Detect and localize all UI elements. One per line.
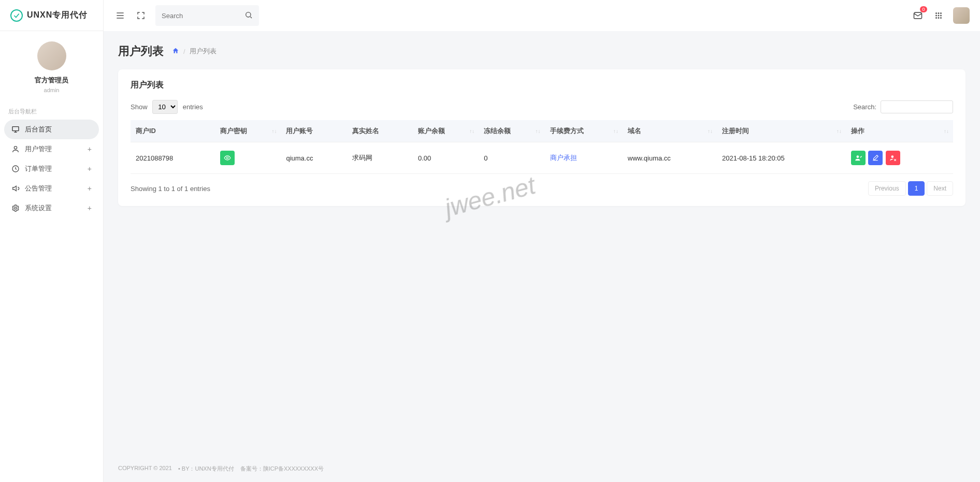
svg-point-10 [940, 15, 942, 17]
col-fee[interactable]: 手续费方式↑↓ [545, 120, 623, 142]
nav-item-home[interactable]: 后台首页 [4, 120, 99, 139]
breadcrumb: / 用户列表 [172, 47, 217, 56]
cell-account: qiuma.cc [281, 142, 347, 174]
search-box [155, 5, 259, 26]
card-title: 用户列表 [131, 80, 953, 91]
col-balance[interactable]: 账户余额↑↓ [413, 120, 479, 142]
svg-point-4 [246, 12, 251, 17]
nav-item-label: 后台首页 [25, 125, 52, 134]
pager-prev[interactable]: Previous [868, 181, 906, 196]
col-merchant-key[interactable]: 商户密钥↑↓ [215, 120, 281, 142]
search-input[interactable] [162, 12, 253, 20]
table-info: Showing 1 to 1 of 1 entries [131, 185, 210, 193]
home-icon[interactable] [172, 47, 179, 56]
nav-item-orders[interactable]: 订单管理 + [4, 159, 99, 179]
nav-section-header: 后台导航栏 [0, 104, 103, 120]
svg-point-13 [940, 17, 942, 19]
cell-frozen: 0 [479, 142, 544, 174]
cell-merchant-key [215, 142, 281, 174]
search-icon[interactable] [244, 11, 253, 21]
cell-realname: 求码网 [347, 142, 413, 174]
pager-next[interactable]: Next [927, 181, 953, 196]
svg-point-8 [935, 15, 937, 17]
svg-point-5 [935, 12, 937, 14]
col-regtime[interactable]: 注册时间↑↓ [717, 120, 846, 142]
breadcrumb-separator: / [183, 48, 185, 55]
monitor-icon [11, 125, 20, 134]
col-frozen[interactable]: 冻结余额↑↓ [479, 120, 544, 142]
table-search-label: Search: [853, 103, 876, 111]
view-key-button[interactable] [220, 151, 235, 165]
footer-by: • BY：UNXN专用代付 [178, 465, 234, 473]
svg-point-3 [15, 207, 17, 209]
gear-icon [11, 204, 20, 212]
cell-domain: www.qiuma.cc [623, 142, 717, 174]
entries-label: entries [183, 103, 203, 111]
speaker-icon [11, 184, 20, 193]
nav-item-settings[interactable]: 系统设置 + [4, 198, 99, 218]
cell-fee: 商户承担 [545, 142, 623, 174]
user-list-card: 用户列表 Show 10 entries Search: [118, 69, 965, 206]
svg-point-9 [938, 15, 940, 17]
plus-icon: + [88, 204, 92, 212]
profile-avatar[interactable] [37, 41, 66, 70]
plus-icon: + [88, 184, 92, 193]
svg-point-14 [226, 157, 228, 159]
cell-actions [846, 142, 953, 174]
brand-text: UNXN专用代付 [27, 10, 88, 21]
edit-button[interactable] [868, 151, 883, 165]
apps-icon[interactable] [932, 9, 945, 22]
svg-point-6 [938, 12, 940, 14]
footer: COPYRIGHT © 2021 • BY：UNXN专用代付 备案号：陕ICP备… [104, 456, 980, 482]
col-merchant-id[interactable]: 商户ID [131, 120, 215, 142]
user-table: 商户ID 商户密钥↑↓ 用户账号 真实姓名 账户余额↑↓ 冻结余额↑↓ 手续费方… [131, 120, 953, 174]
col-actions: 操作↑↓ [846, 120, 953, 142]
footer-record: 备案号：陕ICP备XXXXXXXXX号 [240, 465, 324, 473]
svg-rect-0 [12, 127, 19, 131]
plus-icon: + [88, 145, 92, 153]
footer-copyright: COPYRIGHT © 2021 [118, 465, 172, 473]
notification-icon[interactable]: 0 [912, 9, 924, 22]
clock-icon [11, 165, 20, 173]
user-action-button[interactable] [851, 151, 866, 165]
nav-item-label: 订单管理 [25, 164, 52, 173]
logo-icon [10, 9, 23, 22]
profile-role: admin [10, 87, 93, 93]
page-size-select[interactable]: 10 [152, 100, 178, 114]
table-row: 2021088798 qiuma.cc 求码网 0.00 0 商户承担 www.… [131, 142, 953, 174]
table-search-input[interactable] [881, 100, 953, 113]
fullscreen-icon[interactable] [135, 9, 147, 22]
col-account[interactable]: 用户账号 [281, 120, 347, 142]
plus-icon: + [88, 165, 92, 173]
nav-item-users[interactable]: 用户管理 + [4, 139, 99, 159]
topbar: 0 [104, 0, 980, 31]
cell-merchant-id: 2021088798 [131, 142, 215, 174]
logo-area: UNXN专用代付 [0, 0, 103, 31]
user-icon [11, 145, 20, 153]
nav-item-label: 用户管理 [25, 144, 52, 154]
delete-button[interactable] [886, 151, 900, 165]
nav-item-label: 系统设置 [25, 203, 52, 213]
page-title: 用户列表 [118, 43, 164, 59]
col-realname[interactable]: 真实姓名 [347, 120, 413, 142]
svg-point-7 [940, 12, 942, 14]
show-label: Show [131, 103, 148, 111]
cell-regtime: 2021-08-15 18:20:05 [717, 142, 846, 174]
svg-point-1 [14, 147, 17, 149]
nav-item-announcements[interactable]: 公告管理 + [4, 179, 99, 198]
svg-point-11 [935, 17, 937, 19]
svg-point-15 [856, 155, 859, 158]
svg-point-12 [938, 17, 940, 19]
notification-badge: 0 [920, 6, 927, 12]
cell-balance: 0.00 [413, 142, 479, 174]
col-domain[interactable]: 域名↑↓ [623, 120, 717, 142]
nav-item-label: 公告管理 [25, 184, 52, 193]
breadcrumb-current: 用户列表 [190, 47, 217, 56]
pagination: Previous 1 Next [868, 181, 953, 196]
user-avatar[interactable] [953, 7, 970, 24]
profile-block: 官方管理员 admin [0, 31, 103, 104]
pager-page-1[interactable]: 1 [908, 181, 925, 196]
profile-name: 官方管理员 [10, 76, 93, 85]
menu-toggle-icon[interactable] [114, 9, 126, 22]
svg-point-16 [891, 155, 893, 158]
